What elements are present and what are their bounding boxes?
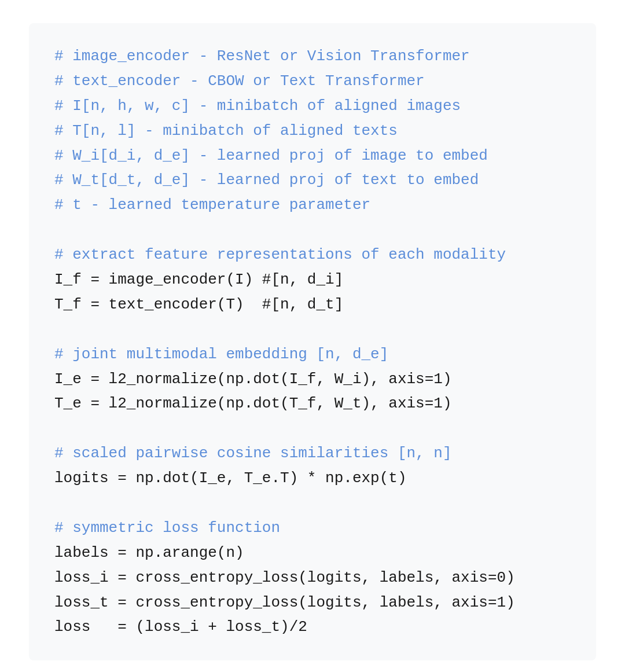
comment-scaled: # scaled pairwise cosine similarities [n…	[54, 441, 571, 466]
comment-extract: # extract feature representations of eac…	[54, 243, 571, 267]
code-block: # image_encoder - ResNet or Vision Trans…	[29, 23, 596, 660]
comment-I: # I[n, h, w, c] - minibatch of aligned i…	[54, 94, 571, 119]
code-labels: labels = np.arange(n)	[54, 541, 571, 565]
code-Tf: T_f = text_encoder(T) #[n, d_t]	[54, 292, 571, 317]
code-loss-t: loss_t = cross_entropy_loss(logits, labe…	[54, 590, 571, 615]
page-container: # image_encoder - ResNet or Vision Trans…	[0, 0, 625, 672]
code-loss: loss = (loss_i + loss_t)/2	[54, 615, 571, 640]
comment-joint: # joint multimodal embedding [n, d_e]	[54, 342, 571, 367]
code-If: I_f = image_encoder(I) #[n, d_i]	[54, 267, 571, 292]
code-logits: logits = np.dot(I_e, T_e.T) * np.exp(t)	[54, 466, 571, 491]
comment-Wt: # W_t[d_t, d_e] - learned proj of text t…	[54, 168, 571, 193]
code-loss-i: loss_i = cross_entropy_loss(logits, labe…	[54, 565, 571, 590]
code-Te: T_e = l2_normalize(np.dot(T_f, W_t), axi…	[54, 391, 571, 416]
comment-image-encoder: # image_encoder - ResNet or Vision Trans…	[54, 44, 571, 69]
comment-symmetric: # symmetric loss function	[54, 516, 571, 541]
comment-t: # t - learned temperature parameter	[54, 193, 571, 218]
comment-Wi: # W_i[d_i, d_e] - learned proj of image …	[54, 144, 571, 168]
code-Ie: I_e = l2_normalize(np.dot(I_f, W_i), axi…	[54, 367, 571, 392]
comment-text-encoder: # text_encoder - CBOW or Text Transforme…	[54, 69, 571, 94]
comment-T: # T[n, l] - minibatch of aligned texts	[54, 119, 571, 144]
